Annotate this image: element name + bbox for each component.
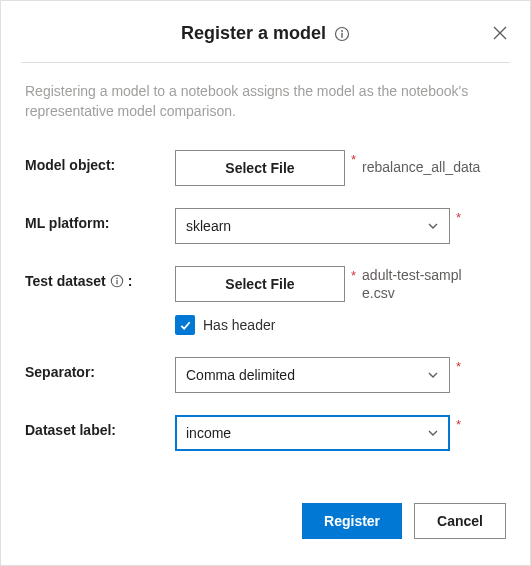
label-model-object: Model object: <box>25 150 175 173</box>
required-indicator: * <box>351 152 356 167</box>
form: Model object: Select File * rebalance_al… <box>1 150 530 452</box>
required-indicator: * <box>456 359 461 374</box>
register-model-dialog: Register a model Registering a model to … <box>0 0 531 566</box>
row-separator: Separator: Comma delimited * <box>25 357 506 393</box>
dataset-label-dropdown[interactable]: income <box>175 415 450 451</box>
label-dataset-label: Dataset label: <box>25 415 175 438</box>
svg-point-1 <box>341 30 343 32</box>
dataset-label-value: income <box>186 425 231 441</box>
has-header-label: Has header <box>203 317 275 333</box>
required-indicator: * <box>456 210 461 225</box>
svg-point-4 <box>116 277 118 279</box>
svg-rect-5 <box>116 280 117 284</box>
info-icon[interactable] <box>110 274 124 288</box>
model-object-value: rebalance_all_data <box>362 158 480 177</box>
dialog-description: Registering a model to a notebook assign… <box>1 63 530 150</box>
row-dataset-label: Dataset label: income * <box>25 415 506 451</box>
label-separator: Separator: <box>25 357 175 380</box>
register-button[interactable]: Register <box>302 503 402 539</box>
select-file-dataset-button[interactable]: Select File <box>175 266 345 302</box>
test-dataset-value: adult-test-sample.csv <box>362 266 472 304</box>
has-header-checkbox[interactable] <box>175 315 195 335</box>
row-test-dataset: Test dataset : Select File * adult-test-… <box>25 266 506 336</box>
ml-platform-dropdown[interactable]: sklearn <box>175 208 450 244</box>
cancel-button[interactable]: Cancel <box>414 503 506 539</box>
dialog-header: Register a model <box>1 1 530 62</box>
close-icon[interactable] <box>490 23 510 43</box>
row-model-object: Model object: Select File * rebalance_al… <box>25 150 506 186</box>
separator-dropdown[interactable]: Comma delimited <box>175 357 450 393</box>
dialog-footer: Register Cancel <box>302 503 506 539</box>
svg-rect-2 <box>341 32 342 37</box>
row-ml-platform: ML platform: sklearn * <box>25 208 506 244</box>
dialog-title: Register a model <box>181 23 326 44</box>
info-icon[interactable] <box>334 26 350 42</box>
chevron-down-icon <box>427 369 439 381</box>
chevron-down-icon <box>427 220 439 232</box>
ml-platform-value: sklearn <box>186 218 231 234</box>
label-test-dataset: Test dataset : <box>25 266 175 289</box>
label-ml-platform: ML platform: <box>25 208 175 231</box>
select-file-model-button[interactable]: Select File <box>175 150 345 186</box>
chevron-down-icon <box>427 427 439 439</box>
required-indicator: * <box>351 268 356 283</box>
separator-value: Comma delimited <box>186 367 295 383</box>
required-indicator: * <box>456 417 461 432</box>
